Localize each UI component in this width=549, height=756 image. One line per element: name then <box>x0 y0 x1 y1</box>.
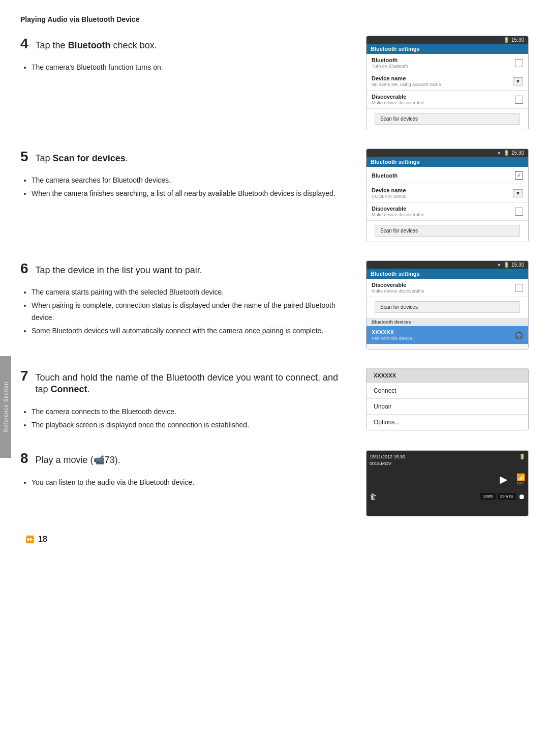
reference-sidebar-label: Reference Section <box>3 382 9 432</box>
step-4-title-row: 4 Tap the Bluetooth check box. <box>20 36 351 56</box>
screen-5-bluetooth-text: Bluetooth <box>372 172 398 179</box>
screen-5-status: ✦ 🔋 15:30 <box>367 149 528 157</box>
screen-8-center: ▶ 📶 OFF <box>370 471 525 487</box>
screen-4-scan-row: Scan for devices <box>367 109 528 130</box>
step-7-content: 7 Touch and hold the name of the Bluetoo… <box>20 368 351 432</box>
step-8-bullet-0: You can listen to the audio via the Blue… <box>32 477 351 489</box>
screen-5-bluetooth-checkbox[interactable]: ✓ <box>515 171 523 180</box>
screen-4-discoverable-checkbox[interactable] <box>515 96 523 104</box>
step-4-bullet-0: The camera's Bluetooth function turns on… <box>32 62 351 74</box>
step-5-screen: ✦ 🔋 15:30 Bluetooth settings Bluetooth ✓… <box>366 149 529 242</box>
step-6-screen: ✦ 🔋 15:30 Bluetooth settings Discoverabl… <box>366 260 529 350</box>
step-6-title-row: 6 Tap the device in the list you want to… <box>20 260 351 281</box>
step-8-number: 8 <box>20 450 28 467</box>
page-container: Reference Section Playing Audio via Blue… <box>0 0 549 564</box>
screen-5-device-name-row: Device name COOLPIX S800c ▼ <box>367 184 528 202</box>
screen-5-time: 15:30 <box>511 150 524 156</box>
screen-6-device-row[interactable]: XXXXXX Pair with this device 🎧 <box>367 326 528 344</box>
step-7: 7 Touch and hold the name of the Bluetoo… <box>20 368 529 432</box>
screen-6-time: 15:30 <box>511 262 524 268</box>
step-5-content: 5 Tap Scan for devices. The camera searc… <box>20 149 351 201</box>
step-8: 8 Play a movie (📹73). You can listen to … <box>20 450 529 516</box>
screen-6-scan-row: Scan for devices <box>367 297 528 318</box>
screen-8-record-icon[interactable]: ⏺ <box>518 492 525 501</box>
step-7-bullet-1: The playback screen is displayed once th… <box>32 419 351 431</box>
step-7-screen: XXXXXX Connect Unpair Options... <box>366 368 529 430</box>
step-8-screen: 15/11/2012 15:30 0015.MOV 🔋 ▶ 📶 OFF 🗑 <box>366 450 529 516</box>
screen-5: ✦ 🔋 15:30 Bluetooth settings Bluetooth ✓… <box>366 149 529 242</box>
screen-8-filename: 0015.MOV <box>370 460 405 467</box>
screen-7-options[interactable]: Options... <box>367 415 528 430</box>
step-6-number: 6 <box>20 260 28 277</box>
page-footer: ⏩ 18 <box>20 535 529 544</box>
screen-7-unpair[interactable]: Unpair <box>367 399 528 415</box>
step-6-bullet-2: Some Bluetooth devices will automaticall… <box>32 325 351 337</box>
step-7-title-row: 7 Touch and hold the name of the Bluetoo… <box>20 368 351 401</box>
screen-8-trash-icon[interactable]: 🗑 <box>370 492 377 501</box>
screen-6-device-sub: Pair with this device <box>372 336 412 341</box>
step-8-bullets: You can listen to the audio via the Blue… <box>20 477 351 489</box>
step-7-bullets: The camera connects to the Bluetooth dev… <box>20 406 351 431</box>
screen-6-bt-icon: ✦ <box>497 263 501 268</box>
screen-8-bt-label: OFF <box>517 481 525 485</box>
screen-6-discoverable-checkbox[interactable] <box>515 284 523 292</box>
step-5-title-row: 5 Tap Scan for devices. <box>20 149 351 169</box>
footer-icon: ⏩ <box>25 535 34 543</box>
screen-6-bt-devices-header: Bluetooth devices <box>367 318 528 326</box>
step-6-bullet-1: When pairing is complete, connection sta… <box>32 300 351 324</box>
screen-5-device-dropdown[interactable]: ▼ <box>513 189 523 197</box>
screen-8-duration: 29m 0s <box>498 493 516 500</box>
screen-5-scan-row: Scan for devices <box>367 221 528 242</box>
screen-5-scan-btn[interactable]: Scan for devices <box>375 225 520 237</box>
screen-7: XXXXXX Connect Unpair Options... <box>366 368 529 430</box>
screen-8-play-btn[interactable]: ▶ <box>495 471 511 487</box>
screen-6-device-name: XXXXXX <box>372 329 412 335</box>
screen-6-discoverable-row: Discoverable Make device discoverable <box>367 279 528 297</box>
screen-8-bt-device-icon: 📶 OFF <box>516 473 525 485</box>
screen-4-device-name-row: Device name No name set, using account n… <box>367 72 528 91</box>
screen-8: 15/11/2012 15:30 0015.MOV 🔋 ▶ 📶 OFF 🗑 <box>366 450 529 516</box>
screen-4-device-name-text: Device name No name set, using account n… <box>372 75 441 87</box>
screen-4-bluetooth-text: Bluetooth Turn on Bluetooth <box>372 57 408 69</box>
screen-4-bluetooth-row: Bluetooth Turn on Bluetooth <box>367 54 528 72</box>
screen-4-discoverable-text: Discoverable Make device discoverable <box>372 94 424 105</box>
page-header: Playing Audio via Bluetooth Device <box>20 15 529 23</box>
step-7-title: Touch and hold the name of the Bluetooth… <box>36 372 351 396</box>
screen-4-battery-icon: 🔋 <box>503 37 509 43</box>
step-5: 5 Tap Scan for devices. The camera searc… <box>20 149 529 242</box>
step-8-title-row: 8 Play a movie (📹73). <box>20 450 351 471</box>
screen-4-header: Bluetooth settings <box>367 44 528 54</box>
screen-8-battery: 🔋 <box>519 454 525 459</box>
screen-8-timestamp: 15/11/2012 15:30 <box>370 454 405 460</box>
screen-6-status: ✦ 🔋 15:30 <box>367 261 528 269</box>
screen-6-battery-icon: 🔋 <box>503 262 509 268</box>
screen-4-device-dropdown[interactable]: ▼ <box>513 77 523 85</box>
screen-4-status: 🔋 15:30 <box>367 36 528 44</box>
step-8-title: Play a movie (📹73). <box>36 454 120 466</box>
screen-7-device-name: XXXXXX <box>367 368 528 383</box>
screen-5-bt-icon: ✦ <box>497 151 501 156</box>
step-4-content: 4 Tap the Bluetooth check box. The camer… <box>20 36 351 75</box>
screen-6-device-text: XXXXXX Pair with this device <box>372 329 412 341</box>
step-5-bullets: The camera searches for Bluetooth device… <box>20 175 351 200</box>
screen-5-battery-icon: 🔋 <box>503 150 509 156</box>
screen-8-resolution-group: 1080i 29m 0s ⏺ <box>480 492 525 501</box>
screen-5-discoverable-checkbox[interactable] <box>515 208 523 216</box>
screen-8-bt-symbol: 📶 <box>516 473 525 481</box>
screen-6-headphone-icon: 🎧 <box>514 331 523 339</box>
screen-8-file-info: 15/11/2012 15:30 0015.MOV <box>370 454 405 467</box>
step-5-title: Tap Scan for devices. <box>36 153 128 164</box>
screen-5-device-name-text: Device name COOLPIX S800c <box>372 187 406 199</box>
step-6: 6 Tap the device in the list you want to… <box>20 260 529 350</box>
step-6-bullet-0: The camera starts pairing with the selec… <box>32 286 351 299</box>
screen-7-connect[interactable]: Connect <box>367 383 528 399</box>
step-4-number: 4 <box>20 36 28 52</box>
step-5-bullet-1: When the camera finishes searching, a li… <box>32 188 351 200</box>
step-8-content: 8 Play a movie (📹73). You can listen to … <box>20 450 351 489</box>
screen-6-header: Bluetooth settings <box>367 269 528 279</box>
step-4-bullets: The camera's Bluetooth function turns on… <box>20 62 351 74</box>
screen-6-scan-btn[interactable]: Scan for devices <box>375 301 520 313</box>
screen-4-scan-btn[interactable]: Scan for devices <box>375 113 520 125</box>
screen-8-topbar: 15/11/2012 15:30 0015.MOV 🔋 <box>370 454 525 467</box>
screen-4-bluetooth-checkbox[interactable] <box>515 59 523 67</box>
